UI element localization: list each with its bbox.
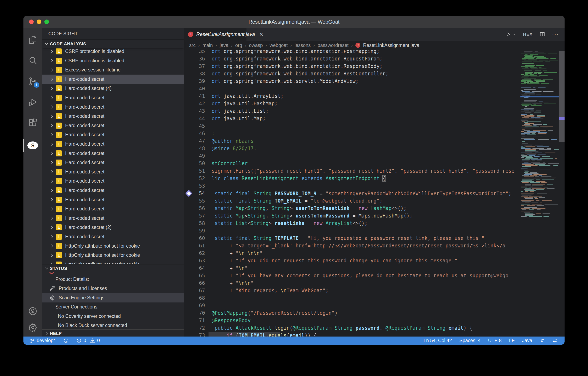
tab-resetlinkassignment[interactable]: J ResetLinkAssignment.java ✕ (184, 28, 246, 41)
scrollbar[interactable] (559, 50, 565, 337)
section-code-analysis[interactable]: CODE ANALYSIS (42, 39, 184, 48)
scrollbar-issue-marker (559, 117, 565, 120)
breadcrumb-separator: › (216, 43, 217, 48)
tree-item[interactable]: LHard-coded secret (42, 195, 184, 204)
tree-item[interactable]: LHard-coded secret (2) (42, 223, 184, 232)
tree-item[interactable]: LCSRF protection is disabled (42, 48, 184, 56)
run-and-debug-icon[interactable] (23, 93, 42, 112)
source-control-icon[interactable]: 1 (23, 72, 42, 91)
settings-gear-icon[interactable] (23, 318, 42, 337)
line-number: 62 (184, 250, 205, 257)
severity-low-badge: L (56, 132, 62, 138)
tree-item[interactable]: LHttpOnly attribute not set for cookie (42, 241, 184, 251)
notifications-button[interactable] (552, 338, 557, 343)
maximize-window-button[interactable] (44, 20, 49, 24)
breadcrumb-item[interactable]: main (202, 43, 213, 48)
app-window: ResetLinkAssignment.java — WebGoat 1 (23, 16, 565, 345)
tab-close-icon[interactable]: ✕ (259, 31, 264, 38)
explorer-icon[interactable] (23, 30, 42, 49)
tree-item[interactable]: LHard-coded secret (4) (42, 84, 184, 93)
products-and-licenses-item[interactable]: Products and Licenses (42, 284, 184, 293)
language-mode[interactable]: Java (522, 338, 532, 343)
tree-item[interactable]: LCSRF protection is disabled (42, 56, 184, 66)
breadcrumb-item[interactable]: ResetLinkAssignment.java (363, 43, 419, 48)
minimap[interactable] (520, 50, 559, 337)
split-editor-icon[interactable] (540, 32, 545, 37)
tree-item[interactable]: LHard-coded secret (42, 93, 184, 102)
tree-item[interactable]: LHard-coded secret (42, 75, 184, 84)
code-line (184, 85, 520, 92)
hex-view-button[interactable]: HEX (523, 32, 533, 37)
tree-item-label: HttpOnly attribute not set for cookie (65, 243, 140, 249)
tree-item[interactable]: LHard-coded secret (42, 232, 184, 241)
tree-item[interactable]: LHard-coded secret (42, 186, 184, 195)
severity-low-badge: L (56, 95, 62, 101)
tree-item[interactable]: LExcessive session lifetime (42, 65, 184, 75)
tree-item[interactable]: LHard-coded secret (42, 214, 184, 223)
line-number: 47 (184, 137, 205, 145)
branch-item[interactable]: develop* (30, 338, 55, 343)
window-title: ResetLinkAssignment.java — WebGoat (23, 19, 565, 25)
tree-item[interactable]: LHttpOnly attribute not set for cookie (42, 260, 184, 264)
editor-more-actions-icon[interactable]: ··· (552, 31, 559, 38)
chevron-right-icon (50, 226, 53, 229)
search-icon[interactable] (23, 51, 42, 70)
line-number: 64 (184, 265, 205, 272)
breadcrumb-separator: › (313, 43, 315, 48)
tree-item[interactable]: LHard-coded secret (42, 204, 184, 214)
code-line: static Map<String, String> userToTomRese… (184, 205, 520, 212)
minimize-window-button[interactable] (37, 20, 41, 24)
feedback-button[interactable] (540, 338, 545, 343)
git-branch-icon (30, 338, 35, 343)
tree-item[interactable]: LHard-coded secret (42, 121, 184, 130)
line-number: 45 (184, 122, 205, 130)
eol-sequence[interactable]: LF (509, 338, 515, 343)
indentation[interactable]: Spaces: 4 (459, 338, 481, 343)
sync-button[interactable] (63, 338, 68, 343)
scan-engine-settings-item[interactable]: Scan Engine Settings (42, 293, 184, 302)
tree-item[interactable]: LHard-coded secret (42, 130, 184, 139)
severity-low-badge: L (56, 141, 62, 147)
section-status[interactable]: STATUS (42, 264, 184, 272)
tree-item[interactable]: LHard-coded secret (42, 102, 184, 112)
severity-low-badge: L (56, 48, 62, 55)
code-editor[interactable]: ort org.springframework.web.bind.annotat… (184, 50, 565, 337)
tree-item[interactable]: LHard-coded secret (42, 158, 184, 167)
line-number: 42 (184, 100, 205, 107)
code-line: @PostMapping("/PasswordReset/reset/login… (184, 309, 520, 317)
breadcrumb-separator: › (245, 43, 246, 48)
encoding[interactable]: UTF-8 (488, 338, 502, 343)
tree-item[interactable]: LHard-coded secret (42, 139, 184, 149)
code-line: static Map<String, String> usersToTomPas… (184, 212, 520, 220)
problems-item[interactable]: 0 0 (76, 338, 100, 343)
extensions-icon[interactable] (23, 113, 42, 133)
breadcrumb-item[interactable]: owasp (249, 43, 263, 48)
code-line: ort org.springframework.web.bind.annotat… (184, 50, 520, 55)
breadcrumb-item[interactable]: java (220, 43, 229, 48)
breadcrumb-item[interactable]: passwordreset (317, 43, 348, 48)
tree-item[interactable]: LHard-coded secret (42, 149, 184, 158)
chevron-right-icon (50, 235, 53, 238)
sidebar-more-actions-icon[interactable]: ··· (172, 31, 179, 37)
tree-item[interactable]: LHttpOnly attribute not set for cookie (42, 251, 184, 260)
breadcrumb-item[interactable]: src (189, 43, 196, 48)
tree-item-label: HttpOnly attribute not set for cookie (65, 252, 140, 258)
tree-item[interactable]: LHard-coded secret (42, 176, 184, 186)
indent-guide (215, 294, 215, 302)
severity-low-badge: L (56, 234, 62, 240)
chevron-right-icon (50, 198, 53, 201)
code-line: ort java.util.HashMap; (184, 100, 520, 107)
code-line: : (184, 130, 520, 137)
tree-item[interactable]: LHard-coded secret (42, 111, 184, 121)
breadcrumb-item[interactable]: webgoat (270, 43, 288, 48)
code-line (184, 152, 520, 160)
cursor-position[interactable]: Ln 54, Col 42 (423, 338, 452, 343)
section-help[interactable]: HELP (42, 330, 184, 337)
scrollbar-thumb[interactable] (559, 51, 565, 142)
breadcrumb-item[interactable]: lessons (294, 43, 311, 48)
run-button[interactable] (506, 32, 516, 37)
breadcrumb-item[interactable]: org (235, 43, 242, 48)
code-sight-icon[interactable]: S (23, 136, 42, 155)
close-window-button[interactable] (29, 20, 34, 24)
tree-item[interactable]: LHard-coded secret (42, 167, 184, 177)
